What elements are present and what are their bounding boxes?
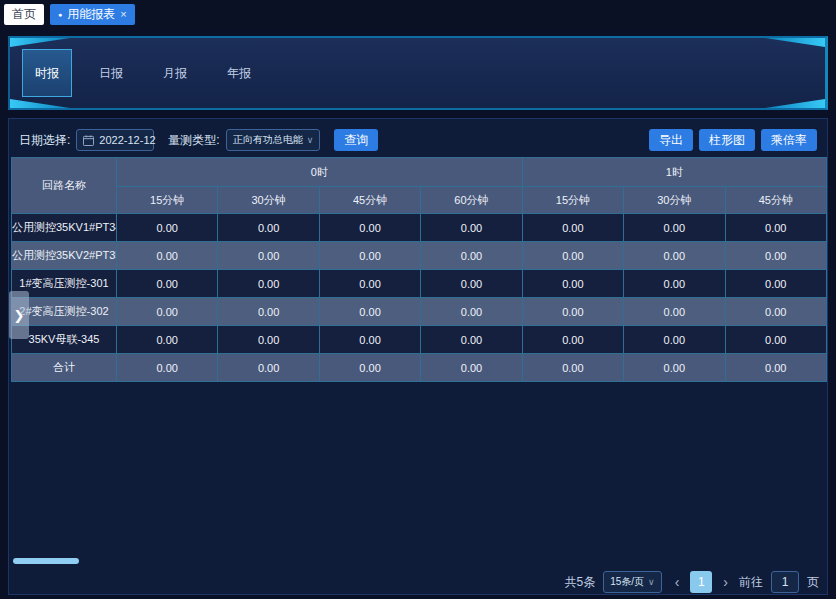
cell-value: 0.00 <box>421 326 522 354</box>
cell-value: 0.00 <box>117 298 218 326</box>
cell-value: 0.00 <box>624 270 725 298</box>
cell-value: 0.00 <box>319 270 420 298</box>
col-header-45min: 45分钟 <box>319 187 420 214</box>
cell-value: 0.00 <box>218 354 319 382</box>
pagination: 共5条 15条/页 ∨ ‹ 1 › 前往 页 <box>564 571 819 593</box>
tab-hourly-report[interactable]: 时报 <box>22 49 72 97</box>
cell-value: 0.00 <box>725 326 826 354</box>
tab-daily-report[interactable]: 日报 <box>86 65 136 82</box>
table-row[interactable]: 1#变高压测控-301 0.00 0.00 0.00 0.00 0.00 0.0… <box>12 270 827 298</box>
chevron-down-icon: ∨ <box>307 135 314 145</box>
cell-value: 0.00 <box>319 214 420 242</box>
table-row[interactable]: 35KV母联-345 0.00 0.00 0.00 0.00 0.00 0.00… <box>12 326 827 354</box>
cell-value: 0.00 <box>218 214 319 242</box>
corner-accent-bottom-right <box>765 99 825 108</box>
multiply-rate-button[interactable]: 乘倍率 <box>761 129 817 151</box>
cell-value: 0.00 <box>218 298 319 326</box>
cell-value: 0.00 <box>421 214 522 242</box>
goto-page-input[interactable] <box>771 571 799 593</box>
cell-value: 0.00 <box>117 214 218 242</box>
page-size-select[interactable]: 15条/页 ∨ <box>603 571 662 593</box>
tab-yearly-report[interactable]: 年报 <box>214 65 264 82</box>
prev-page-icon[interactable]: ‹ <box>672 574 683 590</box>
main-panel: 日期选择: 2022-12-12 量测类型: 正向有功总电能 ∨ 查询 导出 柱… <box>8 118 828 595</box>
cell-value: 0.00 <box>421 354 522 382</box>
row-name: 公用测控35KV1#PT34-9 <box>12 214 117 242</box>
corner-accent-top-right <box>765 38 825 47</box>
cell-value: 0.00 <box>117 326 218 354</box>
close-icon[interactable]: × <box>120 8 126 20</box>
drawer-expand-handle[interactable]: ❯ <box>9 291 29 339</box>
date-picker-input[interactable]: 2022-12-12 <box>76 129 154 151</box>
row-name: 合计 <box>12 354 117 382</box>
query-button[interactable]: 查询 <box>334 129 378 151</box>
calendar-icon <box>83 135 94 146</box>
cell-value: 0.00 <box>218 242 319 270</box>
report-table-wrap: 回路名称 0时 1时 15分钟 30分钟 45分钟 60分钟 15分钟 30分钟… <box>11 157 827 382</box>
horizontal-scrollbar-thumb[interactable] <box>13 558 79 564</box>
cell-value: 0.00 <box>522 354 623 382</box>
report-tab-panel: 时报 日报 月报 年报 <box>8 36 828 110</box>
cell-value: 0.00 <box>522 298 623 326</box>
chevron-right-icon: ❯ <box>14 308 25 323</box>
cell-value: 0.00 <box>117 242 218 270</box>
col-group-hour-1: 1时 <box>522 158 826 187</box>
col-header-circuit-name: 回路名称 <box>12 158 117 214</box>
cell-value: 0.00 <box>725 298 826 326</box>
export-button[interactable]: 导出 <box>649 129 693 151</box>
cell-value: 0.00 <box>421 298 522 326</box>
total-count-label: 共5条 <box>564 574 595 591</box>
date-value: 2022-12-12 <box>99 134 155 146</box>
cell-value: 0.00 <box>218 326 319 354</box>
cell-value: 0.00 <box>421 270 522 298</box>
window-tag-bar: 首页 ● 用能报表 × <box>0 0 836 28</box>
table-row[interactable]: 公用测控35KV2#PT35-9 0.00 0.00 0.00 0.00 0.0… <box>12 242 827 270</box>
cell-value: 0.00 <box>319 354 420 382</box>
col-header-30min: 30分钟 <box>624 187 725 214</box>
tab-monthly-report[interactable]: 月报 <box>150 65 200 82</box>
cell-value: 0.00 <box>522 270 623 298</box>
next-page-icon[interactable]: › <box>720 574 731 590</box>
cell-value: 0.00 <box>725 270 826 298</box>
chevron-down-icon: ∨ <box>648 577 655 587</box>
cell-value: 0.00 <box>319 326 420 354</box>
cell-value: 0.00 <box>624 298 725 326</box>
cell-value: 0.00 <box>319 298 420 326</box>
col-header-15min: 15分钟 <box>117 187 218 214</box>
table-row-total: 合计 0.00 0.00 0.00 0.00 0.00 0.00 0.00 <box>12 354 827 382</box>
filter-row: 日期选择: 2022-12-12 量测类型: 正向有功总电能 ∨ 查询 导出 柱… <box>9 128 827 152</box>
cell-value: 0.00 <box>421 242 522 270</box>
measure-type-value: 正向有功总电能 <box>233 133 303 147</box>
tag-home[interactable]: 首页 <box>4 4 44 25</box>
cell-value: 0.00 <box>117 354 218 382</box>
col-header-45min: 45分钟 <box>725 187 826 214</box>
cell-value: 0.00 <box>522 242 623 270</box>
row-name: 公用测控35KV2#PT35-9 <box>12 242 117 270</box>
tag-report-active[interactable]: ● 用能报表 × <box>50 4 135 25</box>
page-number-current[interactable]: 1 <box>690 571 712 593</box>
corner-accent-top-left <box>10 38 70 47</box>
date-select-label: 日期选择: <box>19 132 70 149</box>
cell-value: 0.00 <box>624 354 725 382</box>
page-size-value: 15条/页 <box>610 575 644 589</box>
measure-type-label: 量测类型: <box>168 132 219 149</box>
measure-type-select[interactable]: 正向有功总电能 ∨ <box>226 129 321 151</box>
cell-value: 0.00 <box>624 242 725 270</box>
col-header-30min: 30分钟 <box>218 187 319 214</box>
cell-value: 0.00 <box>725 354 826 382</box>
goto-label: 前往 <box>739 574 763 591</box>
table-row[interactable]: 2#变高压测控-302 0.00 0.00 0.00 0.00 0.00 0.0… <box>12 298 827 326</box>
cell-value: 0.00 <box>117 270 218 298</box>
report-table: 回路名称 0时 1时 15分钟 30分钟 45分钟 60分钟 15分钟 30分钟… <box>11 157 827 382</box>
cell-value: 0.00 <box>522 214 623 242</box>
col-group-hour-0: 0时 <box>117 158 523 187</box>
tag-report-label: 用能报表 <box>67 6 115 23</box>
report-tabs: 时报 日报 月报 年报 <box>22 48 278 98</box>
cell-value: 0.00 <box>624 214 725 242</box>
page-suffix-label: 页 <box>807 574 819 591</box>
corner-accent-bottom-left <box>10 99 70 108</box>
bar-chart-button[interactable]: 柱形图 <box>699 129 755 151</box>
table-row[interactable]: 公用测控35KV1#PT34-9 0.00 0.00 0.00 0.00 0.0… <box>12 214 827 242</box>
cell-value: 0.00 <box>319 242 420 270</box>
action-buttons: 导出 柱形图 乘倍率 <box>649 129 817 151</box>
